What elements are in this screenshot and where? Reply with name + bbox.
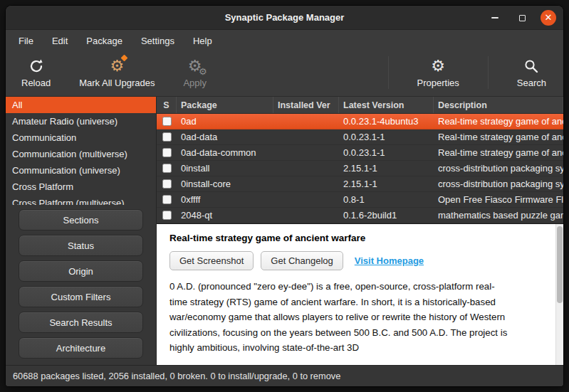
installed-version xyxy=(273,208,339,223)
latest-version: 2.15.1-1 xyxy=(339,161,434,176)
category-item[interactable]: Communication (multiverse) xyxy=(6,146,156,162)
toolbar: Reload ⚙ Mark All Upgrades ⚙ ⚙ Apply ⚙ P… xyxy=(6,51,563,97)
row-checkbox[interactable] xyxy=(162,117,172,126)
row-checkbox[interactable] xyxy=(162,211,172,220)
mark-all-upgrades-label: Mark All Upgrades xyxy=(79,78,155,88)
apply-icon: ⚙ ⚙ xyxy=(188,57,202,75)
row-checkbox[interactable] xyxy=(162,164,172,173)
package-name: 0ad-data xyxy=(177,129,273,144)
filter-view-button[interactable]: Custom Filters xyxy=(19,286,143,307)
search-label: Search xyxy=(517,78,546,88)
filter-view-button[interactable]: Origin xyxy=(19,260,143,282)
category-item[interactable]: Communication (universe) xyxy=(6,162,156,179)
close-button[interactable]: ✕ xyxy=(541,10,556,26)
column-header-installed-version[interactable]: Installed Ver xyxy=(273,97,339,113)
details-actions: Get Screenshot Get Changelog Visit Homep… xyxy=(169,251,550,270)
row-checkbox[interactable] xyxy=(162,148,172,157)
row-checkbox[interactable] xyxy=(162,195,172,204)
apply-label: Apply xyxy=(183,78,207,88)
menu-item[interactable]: File xyxy=(19,36,33,46)
status-text: 60688 packages listed, 2056 installed, 0… xyxy=(13,371,340,381)
package-name: 0install xyxy=(177,161,273,176)
column-header-status[interactable]: S xyxy=(157,97,177,113)
table-row[interactable]: 2048-qt 0.1.6-2build1 mathematics based … xyxy=(157,208,563,223)
properties-label: Properties xyxy=(417,78,459,88)
column-header-package[interactable]: Package xyxy=(177,97,273,113)
filter-view-button[interactable]: Search Results xyxy=(19,312,143,333)
package-description: Real-time strategy game of ancient warfa… xyxy=(434,114,563,129)
table-header: S Package Installed Ver Latest Version D… xyxy=(157,97,563,114)
sidebar: All Amateur Radio (universe) Communicati… xyxy=(6,97,157,365)
installed-version xyxy=(273,161,339,176)
menu-item[interactable]: Edit xyxy=(52,36,68,46)
menu-item[interactable]: Help xyxy=(193,36,212,46)
package-list: 0ad 0.0.23.1-4ubuntu3 Real-time strategy… xyxy=(157,114,563,223)
get-changelog-button[interactable]: Get Changelog xyxy=(261,251,343,270)
details-scrollbar[interactable] xyxy=(555,224,563,365)
category-item[interactable]: Communication xyxy=(6,129,156,146)
toolbar-separator xyxy=(488,56,489,89)
table-row[interactable]: 0install 2.15.1-1 cross-distribution pac… xyxy=(157,161,563,176)
statusbar: 60688 packages listed, 2056 installed, 0… xyxy=(6,365,563,386)
installed-version xyxy=(273,114,339,129)
window-title: Synaptic Package Manager xyxy=(225,12,345,23)
latest-version: 0.0.23.1-1 xyxy=(339,129,434,144)
category-item[interactable]: All xyxy=(6,97,156,113)
row-checkbox[interactable] xyxy=(162,132,172,142)
window-controls: ✕ xyxy=(486,6,556,30)
package-description: Real-time strategy game of ancient warfa… xyxy=(434,129,563,144)
search-button[interactable]: Search xyxy=(517,57,546,88)
get-screenshot-button[interactable]: Get Screenshot xyxy=(169,251,254,270)
package-description: mathematics based puzzle game xyxy=(434,208,563,223)
table-row[interactable]: 0ad-data-common 0.0.23.1-1 Real-time str… xyxy=(157,145,563,161)
installed-version xyxy=(273,192,339,207)
latest-version: 0.0.23.1-1 xyxy=(339,145,434,160)
visit-homepage-link[interactable]: Visit Homepage xyxy=(355,255,424,266)
properties-icon: ⚙ xyxy=(431,57,445,75)
column-header-latest-version[interactable]: Latest Version xyxy=(339,97,434,113)
properties-button[interactable]: ⚙ Properties xyxy=(417,57,459,88)
table-row[interactable]: 0install-core 2.15.1-1 cross-distributio… xyxy=(157,176,563,192)
minimize-icon xyxy=(491,17,498,18)
titlebar[interactable]: Synaptic Package Manager ✕ xyxy=(6,6,563,30)
details-pane: Real-time strategy game of ancient warfa… xyxy=(157,223,563,365)
menubar: File Edit Package Settings Help xyxy=(6,30,563,51)
reload-button[interactable]: Reload xyxy=(21,57,51,88)
mark-all-upgrades-button[interactable]: ⚙ Mark All Upgrades xyxy=(79,57,155,88)
package-name: 0ad xyxy=(177,114,273,129)
package-description: Real-time strategy game of ancient warfa… xyxy=(434,145,563,160)
mark-all-upgrades-icon: ⚙ xyxy=(110,57,124,75)
minimize-button[interactable] xyxy=(486,9,503,26)
table-row[interactable]: 0ad-data 0.0.23.1-1 Real-time strategy g… xyxy=(157,129,563,145)
filter-view-button[interactable]: Status xyxy=(19,235,143,256)
apply-button[interactable]: ⚙ ⚙ Apply xyxy=(183,57,207,88)
content-area: All Amateur Radio (universe) Communicati… xyxy=(6,97,563,365)
toolbar-separator xyxy=(388,56,389,89)
menu-item[interactable]: Package xyxy=(86,36,122,46)
filter-buttons: Sections Status Origin Custom Filters Se… xyxy=(6,205,156,359)
package-description: Open Free Fiasco Firmware Flasher xyxy=(434,192,563,207)
details-scrollbar-thumb[interactable] xyxy=(557,226,563,303)
reload-label: Reload xyxy=(21,78,51,88)
latest-version: 0.0.23.1-4ubuntu3 xyxy=(339,114,434,129)
reload-icon xyxy=(28,57,45,75)
row-checkbox[interactable] xyxy=(162,179,172,189)
main-pane: S Package Installed Ver Latest Version D… xyxy=(157,97,563,365)
table-row[interactable]: 0xffff 0.8-1 Open Free Fiasco Firmware F… xyxy=(157,192,563,208)
package-name: 2048-qt xyxy=(177,208,273,223)
table-row[interactable]: 0ad 0.0.23.1-4ubuntu3 Real-time strategy… xyxy=(157,114,563,129)
latest-version: 0.1.6-2build1 xyxy=(339,208,434,223)
category-item[interactable]: Cross Platform (multiverse) xyxy=(6,195,156,205)
filter-view-button[interactable]: Sections xyxy=(19,209,143,231)
installed-version xyxy=(273,129,339,144)
maximize-button[interactable] xyxy=(513,9,531,26)
category-item[interactable]: Cross Platform xyxy=(6,179,156,195)
category-item[interactable]: Amateur Radio (universe) xyxy=(6,113,156,129)
filter-view-button[interactable]: Architecture xyxy=(19,337,143,359)
menu-item[interactable]: Settings xyxy=(141,36,174,46)
maximize-icon xyxy=(519,15,526,21)
column-header-description[interactable]: Description xyxy=(434,97,563,113)
details-title: Real-time strategy game of ancient warfa… xyxy=(169,233,550,243)
installed-version xyxy=(273,145,339,160)
category-list: All Amateur Radio (universe) Communicati… xyxy=(6,97,156,205)
